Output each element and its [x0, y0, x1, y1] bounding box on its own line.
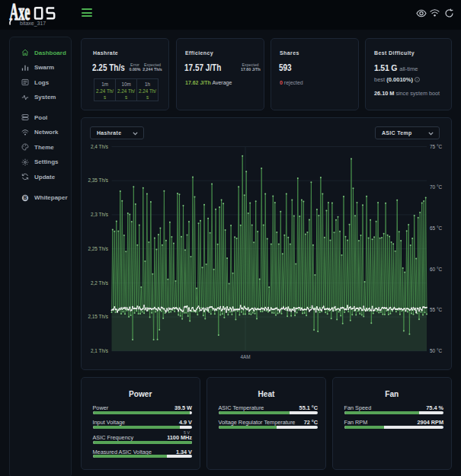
svg-text:bitaxe_317: bitaxe_317 — [20, 21, 46, 27]
svg-text:65 °C: 65 °C — [430, 225, 442, 231]
svg-text:55 °C: 55 °C — [430, 307, 442, 312]
svg-text:2,3 Th/s: 2,3 Th/s — [91, 212, 108, 217]
svg-text:i: i — [417, 78, 418, 81]
svg-text:2,2 Th/s: 2,2 Th/s — [91, 280, 108, 286]
svg-text:2,25 Th/s: 2,25 Th/s — [88, 246, 108, 251]
svg-text:75 °C: 75 °C — [430, 144, 442, 149]
svg-text:2,1 Th/s: 2,1 Th/s — [91, 348, 108, 353]
svg-text:2,4 Th/s: 2,4 Th/s — [91, 144, 108, 149]
svg-text:60 °C: 60 °C — [430, 267, 442, 272]
svg-text:4AM: 4AM — [240, 354, 250, 359]
svg-text:B: B — [24, 195, 27, 200]
svg-text:2,15 Th/s: 2,15 Th/s — [88, 314, 108, 319]
svg-text:50 °C: 50 °C — [430, 348, 442, 353]
svg-text:70 °C: 70 °C — [430, 184, 442, 190]
svg-text:2,35 Th/s: 2,35 Th/s — [88, 177, 108, 183]
